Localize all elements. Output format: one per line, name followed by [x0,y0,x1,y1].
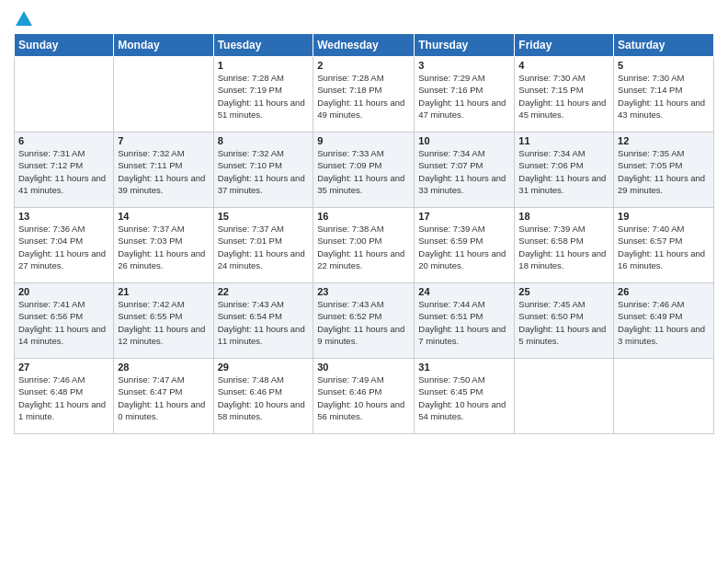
calendar-cell: 17Sunrise: 7:39 AM Sunset: 6:59 PM Dayli… [415,208,515,283]
calendar-cell: 4Sunrise: 7:30 AM Sunset: 7:15 PM Daylig… [515,57,614,132]
calendar-cell: 21Sunrise: 7:42 AM Sunset: 6:55 PM Dayli… [114,283,213,359]
calendar-cell: 22Sunrise: 7:43 AM Sunset: 6:54 PM Dayli… [213,283,313,359]
day-info: Sunrise: 7:38 AM Sunset: 7:00 PM Dayligh… [317,223,410,271]
day-info: Sunrise: 7:40 AM Sunset: 6:57 PM Dayligh… [618,223,710,271]
calendar-cell: 31Sunrise: 7:50 AM Sunset: 6:45 PM Dayli… [415,359,515,434]
day-number: 21 [118,286,209,297]
day-number: 9 [317,135,410,146]
calendar-cell: 16Sunrise: 7:38 AM Sunset: 7:00 PM Dayli… [313,208,415,283]
week-row-3: 13Sunrise: 7:36 AM Sunset: 7:04 PM Dayli… [15,208,714,283]
week-row-2: 6Sunrise: 7:31 AM Sunset: 7:12 PM Daylig… [15,132,714,208]
day-info: Sunrise: 7:46 AM Sunset: 6:49 PM Dayligh… [618,298,710,347]
calendar-cell [515,359,614,434]
day-info: Sunrise: 7:28 AM Sunset: 7:19 PM Dayligh… [218,72,310,121]
day-info: Sunrise: 7:32 AM Sunset: 7:10 PM Dayligh… [218,147,310,196]
day-number: 15 [218,211,310,222]
day-number: 12 [618,135,710,146]
weekday-header-row: SundayMondayTuesdayWednesdayThursdayFrid… [15,34,714,57]
day-info: Sunrise: 7:30 AM Sunset: 7:15 PM Dayligh… [518,72,609,121]
calendar-page: SundayMondayTuesdayWednesdayThursdayFrid… [0,0,728,563]
day-number: 11 [518,135,609,146]
day-number: 4 [518,60,609,71]
svg-marker-0 [16,11,32,26]
day-info: Sunrise: 7:45 AM Sunset: 6:50 PM Dayligh… [518,298,609,347]
calendar-cell: 26Sunrise: 7:46 AM Sunset: 6:49 PM Dayli… [614,283,714,359]
calendar-cell: 29Sunrise: 7:48 AM Sunset: 6:46 PM Dayli… [213,359,313,434]
calendar-cell: 13Sunrise: 7:36 AM Sunset: 7:04 PM Dayli… [15,208,114,283]
day-info: Sunrise: 7:37 AM Sunset: 7:03 PM Dayligh… [118,223,209,271]
day-info: Sunrise: 7:28 AM Sunset: 7:18 PM Dayligh… [317,72,410,121]
calendar-cell: 3Sunrise: 7:29 AM Sunset: 7:16 PM Daylig… [415,57,515,132]
weekday-header-saturday: Saturday [614,34,714,57]
logo-icon [14,9,34,29]
week-row-4: 20Sunrise: 7:41 AM Sunset: 6:56 PM Dayli… [15,283,714,359]
calendar-cell: 30Sunrise: 7:49 AM Sunset: 6:46 PM Dayli… [313,359,415,434]
day-number: 7 [118,135,209,146]
day-number: 25 [518,286,609,297]
day-number: 26 [618,286,710,297]
weekday-header-sunday: Sunday [15,34,114,57]
day-number: 16 [317,211,410,222]
day-number: 29 [218,362,310,373]
day-number: 17 [418,211,510,222]
calendar-cell: 14Sunrise: 7:37 AM Sunset: 7:03 PM Dayli… [114,208,213,283]
day-info: Sunrise: 7:37 AM Sunset: 7:01 PM Dayligh… [218,223,310,271]
day-number: 13 [18,211,109,222]
day-number: 31 [418,362,510,373]
calendar-cell: 27Sunrise: 7:46 AM Sunset: 6:48 PM Dayli… [15,359,114,434]
day-number: 8 [218,135,310,146]
day-info: Sunrise: 7:29 AM Sunset: 7:16 PM Dayligh… [418,72,510,121]
day-number: 3 [418,60,510,71]
calendar-table: SundayMondayTuesdayWednesdayThursdayFrid… [14,33,714,434]
day-number: 23 [317,286,410,297]
calendar-cell: 12Sunrise: 7:35 AM Sunset: 7:05 PM Dayli… [614,132,714,208]
day-info: Sunrise: 7:31 AM Sunset: 7:12 PM Dayligh… [18,147,109,196]
day-info: Sunrise: 7:39 AM Sunset: 6:59 PM Dayligh… [418,223,510,271]
day-info: Sunrise: 7:35 AM Sunset: 7:05 PM Dayligh… [618,147,710,196]
day-info: Sunrise: 7:39 AM Sunset: 6:58 PM Dayligh… [518,223,609,271]
page-header [14,9,714,26]
calendar-cell: 11Sunrise: 7:34 AM Sunset: 7:06 PM Dayli… [515,132,614,208]
day-info: Sunrise: 7:33 AM Sunset: 7:09 PM Dayligh… [317,147,410,196]
day-info: Sunrise: 7:48 AM Sunset: 6:46 PM Dayligh… [218,373,310,422]
calendar-cell: 19Sunrise: 7:40 AM Sunset: 6:57 PM Dayli… [614,208,714,283]
day-number: 24 [418,286,510,297]
calendar-cell: 24Sunrise: 7:44 AM Sunset: 6:51 PM Dayli… [415,283,515,359]
day-info: Sunrise: 7:32 AM Sunset: 7:11 PM Dayligh… [118,147,209,196]
day-number: 6 [18,135,109,146]
day-number: 14 [118,211,209,222]
day-number: 28 [118,362,209,373]
calendar-cell: 6Sunrise: 7:31 AM Sunset: 7:12 PM Daylig… [15,132,114,208]
calendar-cell: 5Sunrise: 7:30 AM Sunset: 7:14 PM Daylig… [614,57,714,132]
day-info: Sunrise: 7:44 AM Sunset: 6:51 PM Dayligh… [418,298,510,347]
logo [14,9,34,26]
day-number: 19 [618,211,710,222]
day-number: 18 [518,211,609,222]
calendar-cell: 8Sunrise: 7:32 AM Sunset: 7:10 PM Daylig… [213,132,313,208]
day-number: 27 [18,362,109,373]
day-info: Sunrise: 7:50 AM Sunset: 6:45 PM Dayligh… [418,373,510,422]
day-info: Sunrise: 7:34 AM Sunset: 7:07 PM Dayligh… [418,147,510,196]
calendar-cell [614,359,714,434]
weekday-header-wednesday: Wednesday [313,34,415,57]
calendar-cell: 20Sunrise: 7:41 AM Sunset: 6:56 PM Dayli… [15,283,114,359]
day-number: 5 [618,60,710,71]
calendar-cell: 9Sunrise: 7:33 AM Sunset: 7:09 PM Daylig… [313,132,415,208]
day-info: Sunrise: 7:30 AM Sunset: 7:14 PM Dayligh… [618,72,710,121]
week-row-1: 1Sunrise: 7:28 AM Sunset: 7:19 PM Daylig… [15,57,714,132]
calendar-cell: 18Sunrise: 7:39 AM Sunset: 6:58 PM Dayli… [515,208,614,283]
calendar-cell: 2Sunrise: 7:28 AM Sunset: 7:18 PM Daylig… [313,57,415,132]
day-number: 20 [18,286,109,297]
day-number: 30 [317,362,410,373]
day-info: Sunrise: 7:43 AM Sunset: 6:54 PM Dayligh… [218,298,310,347]
day-number: 22 [218,286,310,297]
day-info: Sunrise: 7:47 AM Sunset: 6:47 PM Dayligh… [118,373,209,422]
calendar-cell [114,57,213,132]
calendar-cell: 23Sunrise: 7:43 AM Sunset: 6:52 PM Dayli… [313,283,415,359]
day-number: 10 [418,135,510,146]
calendar-cell [15,57,114,132]
calendar-cell: 25Sunrise: 7:45 AM Sunset: 6:50 PM Dayli… [515,283,614,359]
day-number: 1 [218,60,310,71]
day-info: Sunrise: 7:34 AM Sunset: 7:06 PM Dayligh… [518,147,609,196]
day-info: Sunrise: 7:46 AM Sunset: 6:48 PM Dayligh… [18,373,109,422]
